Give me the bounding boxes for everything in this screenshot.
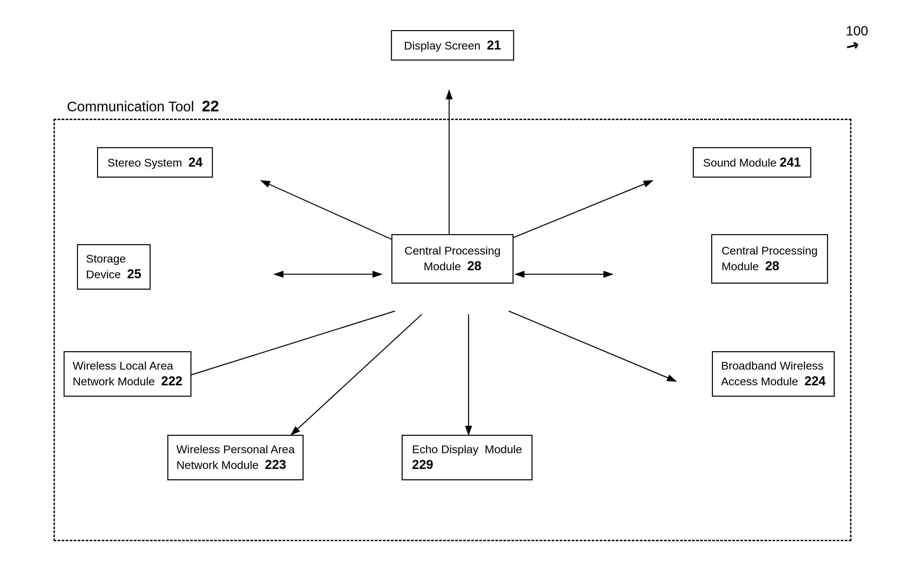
stereo-system-label: Stereo System 24 (108, 156, 203, 169)
echo-display-module-box: Echo Display Module229 (402, 435, 532, 480)
broadband-module-box: Broadband WirelessAccess Module 224 (712, 351, 835, 397)
display-screen-box: Display Screen 21 (391, 30, 514, 60)
central-processing-main-label: Central ProcessingModule 28 (404, 244, 500, 273)
central-processing-main-box: Central ProcessingModule 28 (391, 234, 513, 284)
sound-module-box: Sound Module 241 (693, 147, 811, 178)
broadband-module-label: Broadband WirelessAccess Module 224 (721, 359, 826, 388)
stereo-system-box: Stereo System 24 (97, 147, 213, 178)
reference-arrow-icon: ↙ (842, 36, 862, 57)
wlan-module-box: Wireless Local AreaNetwork Module 222 (64, 351, 191, 397)
reference-number: 100 (846, 24, 868, 38)
comm-tool-label: Communication Tool 22 (67, 97, 219, 115)
diagram-container: 100 ↙ Display Screen 21 Communication To… (27, 20, 878, 561)
central-processing-right-box: Central ProcessingModule 28 (711, 234, 828, 284)
storage-device-label: StorageDevice 25 (86, 252, 141, 281)
wlan-module-label: Wireless Local AreaNetwork Module 222 (73, 359, 183, 388)
sound-module-label: Sound Module 241 (703, 156, 801, 169)
central-processing-right-label: Central ProcessingModule 28 (722, 244, 818, 273)
display-screen-label: Display Screen 21 (404, 39, 501, 52)
storage-device-box: StorageDevice 25 (77, 244, 151, 290)
wpan-module-label: Wireless Personal AreaNetwork Module 223 (176, 443, 295, 471)
echo-display-module-label: Echo Display Module229 (412, 443, 522, 471)
wpan-module-box: Wireless Personal AreaNetwork Module 223 (167, 435, 303, 480)
